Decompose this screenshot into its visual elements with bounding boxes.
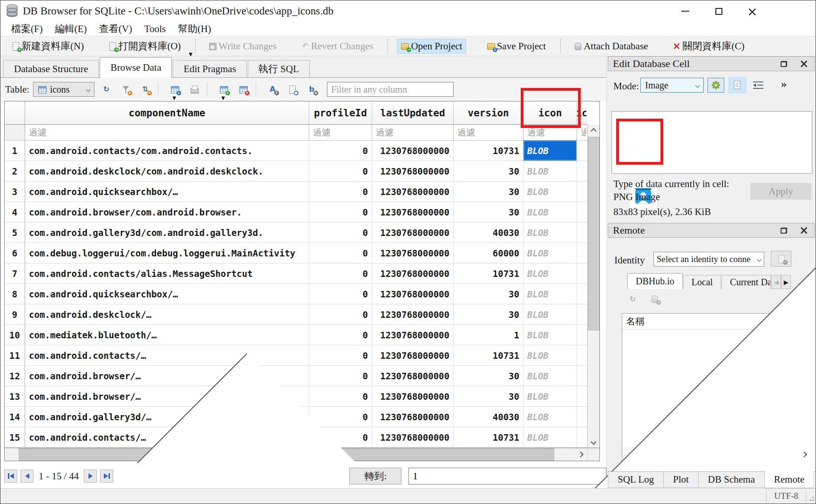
cell-extra[interactable] xyxy=(577,345,586,365)
save-view-button[interactable]: ↓▼ xyxy=(167,81,183,97)
cell-extra[interactable] xyxy=(577,181,586,202)
cell-profileId[interactable]: 0 xyxy=(309,263,372,283)
cell-version[interactable]: 30 xyxy=(454,181,524,202)
cell-extra[interactable] xyxy=(577,366,586,386)
refresh-button[interactable]: ↻ xyxy=(98,81,114,97)
scroll-up-button[interactable] xyxy=(588,125,599,137)
cell-profileId[interactable]: 0 xyxy=(309,366,372,386)
vertical-scrollbar-track[interactable] xyxy=(588,330,599,436)
row-number[interactable]: 15 xyxy=(5,427,25,447)
cell-componentName[interactable]: com.android.contacts/com.android.contact… xyxy=(25,141,309,161)
cell-profileId[interactable]: 0 xyxy=(309,304,372,324)
cell-lastUpdated[interactable]: 1230768000000 xyxy=(372,161,454,181)
goto-record-input[interactable] xyxy=(408,468,606,484)
cell-lastUpdated[interactable]: 1230768000000 xyxy=(372,181,454,202)
row-number[interactable]: 12 xyxy=(5,366,25,386)
cell-lastUpdated[interactable]: 1230768000000 xyxy=(372,243,454,263)
cell-extra[interactable] xyxy=(577,222,586,242)
clear-sorting-button[interactable]: ⇅× xyxy=(137,81,153,97)
menu-item-2[interactable]: 查看(V) xyxy=(93,22,138,36)
import-certificate-button[interactable]: → xyxy=(771,251,791,267)
cell-extra[interactable] xyxy=(577,386,586,406)
cell-componentName[interactable]: com.android.contacts/… xyxy=(25,345,309,365)
cell-version[interactable]: 30 xyxy=(454,202,524,222)
filter-input-lastUpdated[interactable]: 過濾 xyxy=(372,125,454,140)
cell-lastUpdated[interactable]: 1230768000000 xyxy=(372,386,454,406)
cell-extra[interactable] xyxy=(577,407,586,427)
menu-item-1[interactable]: 編輯(E) xyxy=(49,22,93,36)
save-project-button[interactable]: ↓Save Project xyxy=(483,39,550,54)
tab-執行-sql[interactable]: 執行 SQL xyxy=(248,60,310,77)
cell-profileId[interactable]: 0 xyxy=(309,345,372,365)
attach-database-button[interactable]: Attach Database xyxy=(570,39,651,54)
cell-icon[interactable]: BLOB xyxy=(524,407,577,427)
name-column-header[interactable]: 名稱 xyxy=(622,314,778,329)
first-page-button[interactable] xyxy=(4,470,17,483)
cell-extra[interactable] xyxy=(577,427,586,447)
dock-tab-remote[interactable]: Remote xyxy=(765,471,814,488)
clear-all-filters-button[interactable]: × xyxy=(118,81,134,97)
cell-profileId[interactable]: 0 xyxy=(309,325,372,345)
print-button[interactable] xyxy=(186,81,202,97)
cell-componentName[interactable]: com.debug.loggerui/com.debug.loggerui.Ma… xyxy=(25,243,309,263)
cell-extra[interactable] xyxy=(577,141,586,161)
cell-componentName[interactable]: com.android.deskclock/com.android.deskcl… xyxy=(25,161,309,181)
row-number[interactable]: 5 xyxy=(5,222,25,242)
cell-icon[interactable]: BLOB xyxy=(524,427,577,447)
cell-version[interactable]: 30 xyxy=(454,304,524,324)
scroll-left-button[interactable] xyxy=(622,448,635,461)
cell-icon[interactable]: BLOB xyxy=(524,141,577,161)
cell-lastUpdated[interactable]: 1230768000000 xyxy=(372,325,454,345)
cell-lastUpdated[interactable]: 1230768000000 xyxy=(372,263,454,283)
row-number[interactable]: 6 xyxy=(5,243,25,263)
dock-tab-plot[interactable]: Plot xyxy=(664,472,699,488)
cell-profileId[interactable]: 0 xyxy=(309,284,372,304)
cell-lastUpdated[interactable]: 1230768000000 xyxy=(372,202,454,222)
refresh-icon[interactable]: ↻ xyxy=(628,295,637,303)
float-panel-icon[interactable] xyxy=(781,61,787,67)
table-selector[interactable]: icons xyxy=(33,82,95,97)
cell-profileId[interactable]: 0 xyxy=(309,202,372,222)
filter-input-componentName[interactable]: 過濾 xyxy=(25,125,309,140)
encoding-indicator[interactable]: UTF-8 xyxy=(766,490,806,502)
cell-extra[interactable] xyxy=(577,304,586,324)
auto-apply-button[interactable] xyxy=(707,78,724,93)
insert-record-button[interactable]: +▼ xyxy=(216,81,231,97)
close-panel-icon[interactable]: × xyxy=(799,58,809,69)
cell-componentName[interactable]: com.mediatek.bluetooth/… xyxy=(25,325,309,345)
next-page-button[interactable] xyxy=(84,470,97,483)
dropdown-arrow-icon[interactable]: ▼ xyxy=(172,95,176,101)
resize-grip[interactable] xyxy=(807,494,815,502)
filter-input-version[interactable]: 過濾 xyxy=(454,125,524,140)
close-panel-icon[interactable]: × xyxy=(799,225,809,236)
cell-extra[interactable] xyxy=(577,325,586,345)
cell-icon[interactable]: BLOB xyxy=(524,263,577,283)
cell-profileId[interactable]: 0 xyxy=(309,222,372,242)
cell-extra[interactable] xyxy=(577,161,586,181)
cell-icon[interactable]: BLOB xyxy=(524,304,577,324)
close-database-button[interactable]: ×關閉資料庫(C) xyxy=(669,38,748,54)
column-header-componentName[interactable]: componentName xyxy=(25,101,309,124)
menu-item-3[interactable]: Tools xyxy=(138,22,172,36)
minimize-button[interactable] xyxy=(668,0,702,22)
cell-version[interactable]: 10731 xyxy=(454,263,524,283)
menu-item-4[interactable]: 幫助(H) xyxy=(172,22,217,36)
cell-lastUpdated[interactable]: 1230768000000 xyxy=(372,407,454,427)
last-page-button[interactable] xyxy=(100,470,113,483)
row-number[interactable]: 1 xyxy=(5,141,25,161)
row-number[interactable]: 9 xyxy=(5,304,25,324)
overflow-menu-button[interactable]: » xyxy=(781,78,787,90)
cell-icon[interactable]: BLOB xyxy=(524,366,577,386)
cell-version[interactable]: 30 xyxy=(454,366,524,386)
cell-lastUpdated[interactable]: 1230768000000 xyxy=(372,284,454,304)
word-wrap-button[interactable] xyxy=(752,81,764,90)
cell-componentName[interactable]: com.android.contacts/alias.MessageShortc… xyxy=(25,263,309,283)
filter-input-profileId[interactable]: 過濾 xyxy=(309,125,372,140)
cell-icon[interactable]: BLOB xyxy=(524,222,577,242)
text-view-button[interactable] xyxy=(728,77,747,94)
open-project-button[interactable]: →Open Project xyxy=(397,39,465,54)
column-header-version[interactable]: version xyxy=(454,101,524,124)
cell-componentName[interactable]: com.android.quicksearchbox/… xyxy=(25,284,309,304)
row-number[interactable]: 14 xyxy=(5,407,25,427)
cell-componentName[interactable]: com.android.browser/com.android.browser. xyxy=(25,202,309,222)
